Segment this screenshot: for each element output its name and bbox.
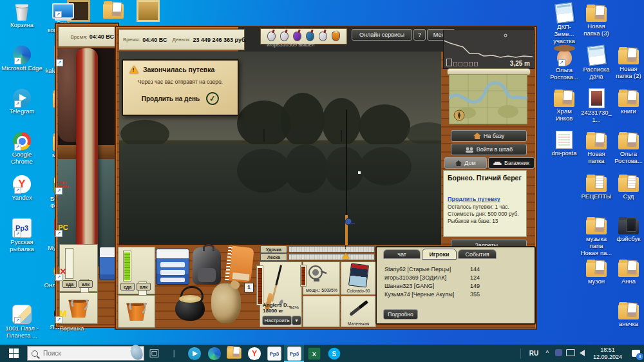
details-button[interactable]: Подробно bbox=[383, 309, 418, 319]
desktop-icon[interactable]: Ольга Ростова... bbox=[548, 46, 580, 88]
desktop-icon[interactable]: Microsoft Edge bbox=[1, 46, 43, 89]
tackle-box-icon[interactable] bbox=[156, 249, 189, 285]
desktop-icon[interactable]: ДКП-Земе... участка Ор... bbox=[548, 3, 580, 46]
taskbar-app-button[interactable] bbox=[224, 345, 244, 362]
notebook-icon[interactable] bbox=[225, 245, 254, 283]
start-button[interactable] bbox=[0, 345, 27, 362]
desktop-icon[interactable]: Корзина bbox=[1, 3, 43, 46]
rod-dropdown-button[interactable]: ▼ bbox=[292, 316, 301, 325]
help-button[interactable]: ? bbox=[413, 29, 426, 41]
search-input[interactable] bbox=[42, 349, 109, 357]
taskbar-app-button[interactable]: Y bbox=[244, 345, 264, 362]
online-services-button[interactable]: Онлайн сервисы bbox=[352, 29, 412, 41]
taskbar-app-button[interactable]: X bbox=[304, 345, 324, 362]
desktop-icon[interactable]: РЕЦЕПТЫ bbox=[580, 173, 612, 216]
taskbar-app-button[interactable] bbox=[144, 345, 164, 362]
tab-players[interactable]: Игроки bbox=[422, 249, 457, 260]
desktop-icon[interactable] bbox=[548, 301, 580, 343]
player-row[interactable]: игорь310369 [ЗОДИАК] 124 bbox=[384, 274, 496, 282]
tab-chat[interactable]: чат bbox=[383, 249, 421, 259]
player-row[interactable]: Кузьма74 [Черные Акулы] 355 bbox=[384, 291, 496, 299]
desktop-icon[interactable]: Новая папка bbox=[580, 131, 612, 173]
home-button[interactable]: Дом bbox=[444, 157, 487, 169]
enter-hq-button[interactable]: Войти в штаб bbox=[451, 144, 527, 155]
potion-icon[interactable] bbox=[319, 32, 327, 41]
desktop-icon[interactable]: Рр3 Русская рыбалка bbox=[1, 218, 43, 262]
notification-center-button[interactable]: 3 bbox=[627, 345, 644, 362]
desktop-icon[interactable] bbox=[134, 0, 162, 23]
to-base-button[interactable]: На базу bbox=[451, 130, 527, 142]
player-row[interactable]: Stariy62 [Старые Перцы] 144 bbox=[384, 265, 496, 274]
desktop-icon[interactable]: музон bbox=[580, 258, 612, 301]
configure-rod-button[interactable]: Настроить bbox=[262, 316, 292, 325]
base-map[interactable] bbox=[447, 68, 529, 128]
extend-ticket-link[interactable]: Продлить путевку bbox=[448, 196, 522, 202]
desktop-icon[interactable]: Расписка дача bbox=[580, 46, 612, 88]
network-icon[interactable] bbox=[565, 349, 576, 357]
players-list: Stariy62 [Старые Перцы] 144 игорь310369 … bbox=[384, 265, 496, 299]
cauldron-icon[interactable] bbox=[175, 287, 205, 322]
extend-day-action[interactable]: Продлить на день bbox=[142, 95, 200, 102]
reel-slot[interactable]: мощн.: 500 95% bbox=[303, 262, 340, 295]
knife-slot[interactable]: Маленькая bbox=[341, 296, 376, 327]
desktop-icon-glyph bbox=[589, 88, 605, 108]
empty-slot[interactable] bbox=[303, 296, 340, 327]
player-row[interactable]: Шанан323 [GANG] 149 bbox=[384, 282, 496, 291]
desktop-icon[interactable]: Суд bbox=[612, 173, 644, 216]
tray-app-icon[interactable] bbox=[553, 349, 565, 357]
desktop-icon[interactable]: Храм Инков bbox=[548, 88, 580, 131]
desktop-icon[interactable] bbox=[612, 3, 644, 46]
potion-icon[interactable] bbox=[332, 32, 340, 41]
desktop-icon[interactable]: Новая папка (2) bbox=[612, 46, 644, 88]
lure-slot[interactable]: Colorado-90 bbox=[341, 262, 376, 295]
desktop-icon[interactable] bbox=[99, 0, 128, 23]
taskbar-app-button[interactable]: Рр3 bbox=[264, 345, 284, 362]
desktop-icon[interactable] bbox=[548, 216, 580, 258]
desktop-icon[interactable]: dni-posta bbox=[548, 131, 580, 173]
tray-chevron[interactable]: ^ bbox=[542, 350, 553, 357]
clock[interactable]: 18:51 12.09.2024 bbox=[593, 347, 622, 361]
desktop-icon[interactable] bbox=[580, 301, 612, 343]
potion-icon[interactable] bbox=[267, 32, 276, 41]
desktop-icon[interactable]: музыка папа Новая па... bbox=[580, 216, 612, 258]
desktop-icon[interactable]: 1001 Пазл - Планета ... bbox=[1, 305, 43, 348]
desktop-icon[interactable]: книги bbox=[612, 88, 644, 131]
fishing-scene[interactable]: Закончилась путевка Через час вас отправ… bbox=[119, 52, 441, 245]
taskbar-app-button[interactable]: Рр3 bbox=[284, 345, 304, 362]
desktop-icon[interactable]: Новая папка (3) bbox=[580, 3, 612, 46]
backpack-icon[interactable] bbox=[193, 247, 221, 285]
potion-icon[interactable] bbox=[306, 32, 314, 41]
desktop-icon[interactable]: Telegram bbox=[1, 89, 43, 132]
rod-slot[interactable]: 94% Anglers D... 18000 кг Настроить ▼ bbox=[260, 262, 302, 327]
bucket-slot[interactable] bbox=[118, 295, 155, 328]
desktop-icon[interactable]: Ольга Ростова... bbox=[612, 131, 644, 173]
desktop-icon[interactable] bbox=[548, 173, 580, 216]
desktop-icon-glyph bbox=[586, 177, 607, 192]
confirm-check-icon[interactable]: ✓ bbox=[205, 91, 220, 106]
desktop-icon[interactable]: Google Chrome bbox=[1, 132, 43, 175]
desktop-icon-glyph bbox=[137, 0, 160, 22]
volume-icon[interactable] bbox=[576, 350, 588, 357]
potion-icon[interactable] bbox=[280, 32, 289, 41]
language-indicator[interactable]: RU bbox=[526, 350, 542, 357]
character-supplies[interactable]: еда алк bbox=[118, 247, 155, 294]
desktop-icon[interactable]: Анна bbox=[612, 258, 644, 301]
desktop-icon[interactable] bbox=[1, 262, 43, 305]
desktop-icon[interactable] bbox=[548, 258, 580, 301]
shortcut-arrow-icon bbox=[55, 11, 62, 18]
taskbar-app-button[interactable] bbox=[184, 345, 204, 362]
taskbar-app-button[interactable]: S bbox=[324, 345, 344, 362]
desktop-icon[interactable]: фэйсбук bbox=[612, 216, 644, 258]
tab-events[interactable]: События bbox=[458, 249, 497, 259]
shortcut-arrow-icon bbox=[14, 100, 21, 108]
potion-icon[interactable] bbox=[293, 32, 301, 41]
back-time-panel: Время: 04:40 ВС bbox=[58, 26, 117, 47]
search-box[interactable] bbox=[27, 346, 144, 361]
desktop-icon[interactable]: Y Yandex bbox=[1, 175, 43, 218]
fish-sack-icon[interactable] bbox=[211, 283, 241, 323]
desktop-icon[interactable]: анечка bbox=[612, 301, 644, 343]
desktop-icon[interactable]: 24231730_1... bbox=[580, 88, 612, 131]
trunk-button[interactable]: Багажник bbox=[488, 157, 535, 169]
taskbar-app-button[interactable] bbox=[204, 345, 224, 362]
taskbar-app-button[interactable] bbox=[164, 345, 184, 362]
